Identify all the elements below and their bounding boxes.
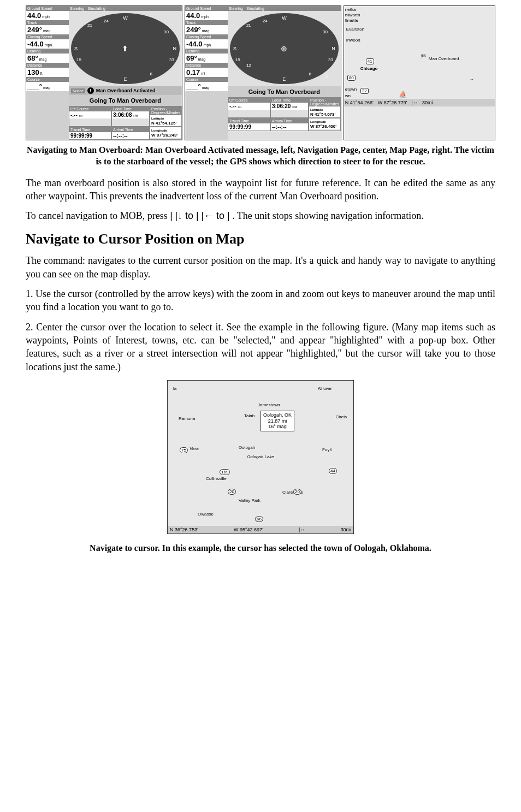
distance-value-c: 0.17mi bbox=[185, 68, 228, 77]
cs-unit-c: mph bbox=[204, 43, 211, 47]
ground-speed-num: 44.0 bbox=[27, 11, 41, 20]
lat-val-c: N 41°54.073' bbox=[310, 112, 335, 117]
p3-a: The bbox=[26, 255, 44, 266]
compass-target-icon: ⊕ bbox=[281, 44, 287, 53]
closing-speed-num: -44.0 bbox=[27, 40, 44, 48]
popup-line1: Oologah, OK bbox=[263, 412, 292, 418]
place-ilmette: Ilmette bbox=[345, 18, 358, 23]
dist-num-c: 0.17 bbox=[186, 68, 200, 76]
tick-6-c: 6 bbox=[309, 72, 311, 76]
route-80: 80 bbox=[347, 75, 356, 81]
map-talah: Talah bbox=[244, 413, 254, 418]
ground-speed-unit: mph bbox=[42, 15, 50, 19]
track-unit-c: mag bbox=[202, 29, 210, 33]
key-left: |← to bbox=[201, 210, 227, 221]
compass-n-c: N bbox=[331, 46, 335, 51]
local-time-val-c: 3:06:20 PM bbox=[271, 103, 308, 110]
course-value: ___°mag bbox=[26, 82, 69, 91]
route-41: 41 bbox=[366, 58, 374, 64]
mapfig-lat: N 36°26.753' bbox=[170, 527, 198, 532]
cs-num-c: -44.0 bbox=[186, 40, 203, 48]
key-down: |↓ to bbox=[175, 210, 196, 221]
key-menu: | bbox=[170, 210, 173, 221]
mapfig-arrows-icon: |↔ bbox=[299, 527, 305, 532]
closing-speed-value-c: -44.0mph bbox=[185, 39, 228, 49]
map-figure: la Allluwe Jamestown Ramona Talah Chels … bbox=[167, 380, 354, 534]
lat-label: Latitude bbox=[151, 117, 164, 120]
local-time-label: Local Time bbox=[112, 106, 149, 111]
course-label: Course bbox=[26, 77, 69, 82]
place-evanston: Evanston bbox=[346, 27, 364, 32]
dist-unit-c: mi bbox=[201, 72, 205, 75]
closing-speed-value: -44.0mph bbox=[26, 39, 69, 49]
steering-header-c: Steering - Simulating bbox=[228, 6, 341, 11]
bearing-value: 68°mag bbox=[26, 54, 69, 63]
bearing-value-c: 69°mag bbox=[185, 54, 228, 63]
course-value-c: ___°mag bbox=[185, 82, 228, 91]
travel-time-label-c: Travel Time bbox=[228, 118, 270, 123]
map-oologah-lake: Oologah Lake bbox=[247, 454, 274, 459]
tick-24: 24 bbox=[104, 19, 109, 23]
travel-time-label: Travel Time bbox=[69, 127, 111, 132]
track-label: Track bbox=[26, 20, 69, 25]
tick-15-c: 15 bbox=[235, 57, 240, 62]
lon-val: W 87°26.243' bbox=[151, 133, 177, 138]
map-la: la bbox=[173, 386, 176, 391]
bearing-label-c: Bearing bbox=[185, 49, 228, 54]
off-course-unit: mi bbox=[79, 114, 82, 117]
tick-15: 15 bbox=[76, 57, 81, 62]
key-nav: | bbox=[196, 210, 199, 221]
paragraph-1: The man overboard position is also store… bbox=[26, 176, 495, 203]
bearing-num-c: 69° bbox=[186, 54, 197, 62]
place-chicago: Chicago bbox=[360, 66, 378, 71]
closing-speed-unit: mph bbox=[45, 43, 52, 47]
mob-marker-icon: 🏁 bbox=[421, 54, 426, 59]
map-jamestown: Jamestown bbox=[258, 402, 280, 407]
course-label-c: Course bbox=[185, 77, 228, 82]
local-time-num: 3:06:08 bbox=[113, 112, 132, 118]
bearing-num: 68° bbox=[27, 54, 38, 62]
distance-value: 130ft bbox=[26, 68, 69, 77]
gps-main-center: Steering - Simulating W E S N 21 24 30 3… bbox=[228, 6, 341, 140]
track-num-c: 249° bbox=[186, 26, 201, 34]
popup-line2: 21.87 mi bbox=[263, 418, 292, 424]
lt-ampm-c: PM bbox=[292, 105, 297, 109]
warning-icon: ! bbox=[87, 87, 94, 94]
notice-text: Man Overboard Activated bbox=[96, 88, 156, 93]
boat-icon: ⛵ bbox=[399, 91, 407, 98]
distance-num: 130 bbox=[27, 68, 39, 76]
map-lat: N 41°54.266' bbox=[345, 100, 374, 105]
bearing-unit-c: mag bbox=[198, 57, 206, 61]
map-alluwe: Allluwe bbox=[318, 386, 331, 391]
local-time-ampm: PM bbox=[133, 114, 138, 117]
compass-rose: W E S N 21 24 30 33 15 6 ⬆ bbox=[71, 13, 180, 84]
map-oologah: Oologah bbox=[239, 445, 255, 450]
bottom-grid-center: Off Course-.-- mi Local Time3:06:20 PM P… bbox=[228, 97, 341, 131]
course-unit: mag bbox=[43, 86, 51, 90]
off-course-val-c: -.-- mi bbox=[228, 103, 270, 110]
notice-bar: Notice ! Man Overboard Activated bbox=[69, 86, 182, 95]
route-75: 75 bbox=[180, 447, 188, 453]
tick-30-c: 30 bbox=[323, 29, 328, 34]
paragraph-3: The command: navigates to the current cu… bbox=[26, 254, 495, 281]
mapfig-scale: 30mi bbox=[340, 527, 351, 532]
gs-unit-c: mph bbox=[201, 15, 209, 19]
place-wn: wn bbox=[345, 93, 351, 98]
bottom-grid-left: Off Course-.-- mi Local Time3:06:08 PM P… bbox=[69, 106, 182, 140]
map-vera: Vera bbox=[190, 446, 199, 451]
compass-w: W bbox=[123, 15, 128, 21]
tick-33-c: 33 bbox=[328, 57, 333, 62]
course-unit-c: mag bbox=[202, 86, 210, 90]
lon-label: Longitude bbox=[151, 129, 167, 132]
place-netka: netka bbox=[345, 7, 356, 12]
tick-12-c: 12 bbox=[246, 63, 251, 68]
map-coord-bar: N 41°54.266' W 87°26.779' |↔ 30mi bbox=[344, 99, 495, 106]
position-label-c: Position - Degrees/Minutes bbox=[309, 98, 340, 106]
tick-24-c: 24 bbox=[263, 19, 268, 23]
gps-sidebar-center: Ground Speed 44.0mph Track 249°mag Closi… bbox=[185, 6, 228, 140]
gps-panel-right: netka nilworth Ilmette Evanston Inwood C… bbox=[344, 5, 495, 140]
lat-val: N 41°54.125' bbox=[151, 121, 176, 126]
key-yes: | bbox=[227, 210, 230, 221]
closing-speed-label: Closing Speed bbox=[26, 34, 69, 39]
popup-line3: 16° mag bbox=[263, 424, 292, 430]
